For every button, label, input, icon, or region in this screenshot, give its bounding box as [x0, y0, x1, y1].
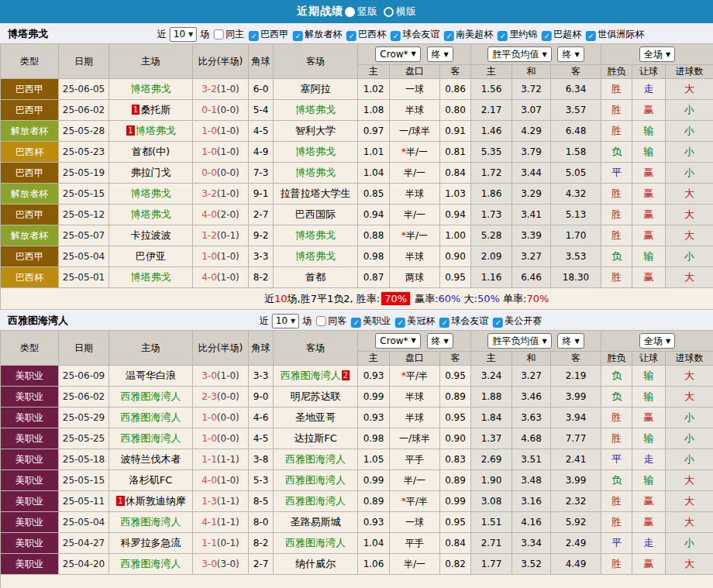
home-odds: 0.93: [358, 512, 390, 533]
corner-count: 9-1: [249, 184, 274, 205]
avg-draw-odds: 3.63: [512, 407, 551, 428]
col-type: 类型: [1, 44, 59, 79]
same-venue-checkbox[interactable]: [316, 316, 326, 326]
team-name: 西雅图海湾人: [8, 314, 68, 328]
goals-result-text: 大: [684, 187, 694, 199]
home-team: 波特兰伐木者: [109, 449, 193, 470]
avg-draw-odds: 3.41: [512, 205, 551, 225]
league-checkbox[interactable]: ✓: [542, 31, 552, 41]
away-odds: 0.95: [440, 267, 471, 288]
league-checkbox-label: 巴西杯: [358, 29, 386, 40]
half-time-score: (1-0): [217, 188, 239, 199]
league-checkbox[interactable]: ✓: [351, 318, 361, 328]
goals-result: 大: [666, 366, 713, 387]
half-time-score: (0-0): [217, 105, 239, 115]
recent-count-select[interactable]: 10▼: [170, 27, 197, 42]
match-result: 平: [601, 163, 632, 184]
recent-count-select[interactable]: 10▼: [272, 314, 299, 328]
odds-stage-select[interactable]: 终▼: [427, 46, 453, 62]
corner-count: 2-7: [249, 205, 274, 225]
home-odds: 1.05: [358, 449, 390, 470]
handicap-result: 输: [632, 366, 666, 387]
league-badge: 美职业: [1, 366, 59, 387]
league-checkbox[interactable]: ✓: [395, 318, 405, 328]
score-cell: 1-0(0-0): [193, 428, 249, 449]
match-result: 负: [601, 142, 632, 163]
home-team: 弗拉门戈: [109, 163, 193, 184]
handicap-result: 赢: [632, 407, 666, 428]
match-row: 美职业25-05-111休斯敦迪纳摩1-3(1-1)8-5西雅图海湾人0.89*…: [1, 491, 713, 512]
home-team: 1博塔弗戈: [109, 121, 193, 142]
league-checkbox[interactable]: ✓: [293, 31, 303, 41]
goals-result-text: 大: [684, 516, 694, 528]
team-name: 博塔弗戈: [8, 27, 48, 41]
summary-part: 60%: [439, 293, 461, 304]
match-date: 25-05-29: [59, 407, 109, 428]
league-checkbox[interactable]: ✓: [439, 318, 450, 328]
away-team-name: 巴西国际: [295, 208, 336, 220]
away-team-name: 塞阿拉: [301, 83, 331, 95]
league-checkbox[interactable]: ✓: [391, 31, 401, 41]
layout-radio-horizontal[interactable]: [384, 7, 394, 17]
league-checkbox[interactable]: ✓: [444, 31, 454, 41]
odds-company-select[interactable]: Crow*▼: [375, 333, 420, 349]
league-checkbox[interactable]: ✓: [346, 31, 356, 41]
col-away: 客场: [274, 331, 358, 366]
goals-result-text: 大: [684, 474, 694, 486]
home-team: 卡拉波波: [109, 225, 193, 246]
avg-stage-select[interactable]: 终▼: [557, 333, 584, 349]
avg-win-odds: 1.51: [471, 512, 512, 533]
half-time-score: (1-0): [217, 370, 239, 381]
score-cell: 1-2(0-1): [193, 225, 249, 246]
avg-stage-select[interactable]: 终▼: [557, 46, 584, 62]
away-team: 达拉斯FC: [274, 428, 358, 449]
home-team: 首都(中): [109, 142, 193, 163]
red-card-badge: 1: [116, 496, 124, 506]
match-row: 巴西甲25-05-12博塔弗戈4-0(2-0)2-7巴西国际0.94半/一0.9…: [1, 205, 713, 225]
red-card-badge: 1: [132, 105, 140, 115]
avg-win-odds: 1.88: [471, 387, 512, 407]
scope-select[interactable]: 全场▼: [639, 333, 675, 349]
league-checkbox[interactable]: ✓: [498, 31, 508, 41]
goals-result: 小: [666, 163, 713, 184]
match-date: 25-05-01: [59, 267, 109, 288]
goals-result: 大: [666, 225, 713, 246]
match-result-text: 平: [611, 167, 622, 178]
avg-win-odds: 3.08: [471, 491, 512, 512]
corner-count: 4-5: [249, 121, 274, 142]
home-team: 博塔弗戈: [109, 205, 193, 225]
goals-result: 大: [666, 491, 713, 512]
full-time-score: 1-3: [202, 496, 217, 507]
layout-radio-vertical[interactable]: [345, 7, 355, 17]
handicap-result-text: 输: [644, 370, 654, 381]
same-venue-checkbox[interactable]: [214, 29, 224, 40]
home-odds: 1.02: [358, 79, 390, 100]
avg-lose-odds: 3.53: [551, 246, 601, 267]
col-type: 类型: [1, 331, 59, 366]
away-team-name: 首都: [305, 271, 326, 283]
sub-home-odds: 主: [358, 65, 390, 79]
handicap-result-text: 赢: [644, 495, 654, 507]
match-date: 25-05-25: [59, 428, 109, 449]
avg-win-odds: 1.84: [471, 407, 512, 428]
league-checkbox-label: 巴超杯: [553, 29, 581, 40]
odds-stage-select[interactable]: 终▼: [427, 333, 453, 349]
scope-select[interactable]: 全场▼: [639, 46, 675, 62]
league-checkbox[interactable]: ✓: [493, 318, 503, 328]
home-team-name: 桑托斯: [140, 104, 170, 115]
handicap-value: 半/一: [406, 230, 428, 241]
handicap-result: 输: [632, 470, 666, 491]
half-time-score: (1-0): [217, 475, 239, 486]
goals-result-text: 大: [684, 370, 694, 381]
sub-win: 主: [471, 352, 512, 366]
sub-win: 主: [471, 65, 512, 79]
league-checkbox[interactable]: ✓: [249, 31, 259, 41]
avg-odds-select[interactable]: 胜平负均值▼: [487, 46, 551, 62]
odds-company-select[interactable]: Crow*▼: [375, 46, 420, 62]
league-checkbox[interactable]: ✓: [586, 31, 596, 41]
record-summary: [1, 575, 713, 588]
avg-odds-select[interactable]: 胜平负均值▼: [487, 333, 551, 349]
sub-lose: 客: [551, 352, 601, 366]
score-cell: 4-0(1-0): [193, 267, 249, 288]
home-team: 洛杉矶FC: [109, 470, 193, 491]
